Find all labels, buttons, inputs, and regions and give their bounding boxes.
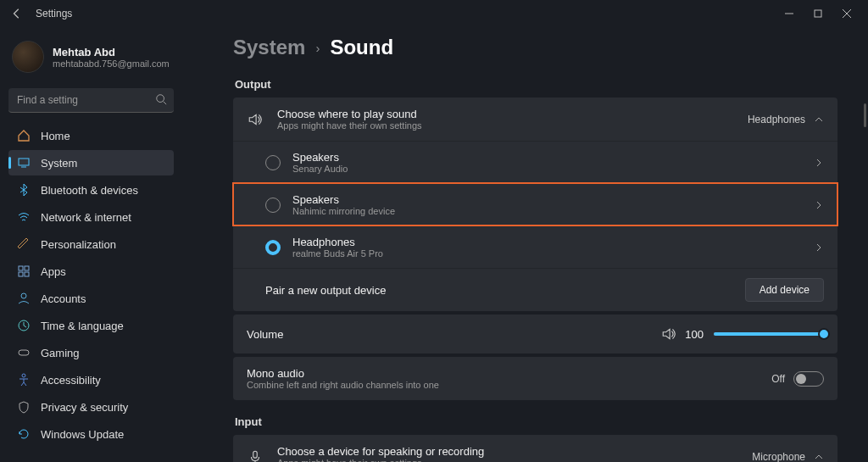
chevron-up-icon — [814, 114, 824, 125]
titlebar: Settings — [0, 0, 868, 27]
radio-unselected[interactable] — [265, 155, 281, 170]
svg-rect-16 — [253, 451, 258, 458]
avatar — [12, 41, 44, 73]
device-name: Headphones — [292, 236, 814, 248]
pair-output-row: Pair a new output device Add device — [233, 268, 837, 311]
sidebar-item-label: Accounts — [41, 292, 86, 305]
sidebar-item-bluetooth[interactable]: Bluetooth & devices — [8, 177, 174, 203]
gamepad-icon — [17, 346, 31, 359]
device-name: Speakers — [292, 151, 814, 164]
output-device-headphones[interactable]: Headphones realme Buds Air 5 Pro — [233, 225, 837, 268]
sidebar-item-time[interactable]: Time & language — [8, 313, 174, 338]
mono-title: Mono audio — [247, 367, 771, 380]
svg-rect-10 — [19, 272, 23, 276]
profile-email: mehtababd.756@gmail.com — [53, 58, 170, 69]
close-icon — [843, 9, 851, 18]
output-header[interactable]: Choose where to play sound Apps might ha… — [233, 97, 837, 141]
radio-selected[interactable] — [265, 240, 281, 255]
slider-thumb[interactable] — [818, 328, 830, 340]
svg-point-15 — [22, 374, 25, 377]
sidebar-item-network[interactable]: Network & internet — [8, 204, 174, 230]
accessibility-icon — [17, 373, 31, 387]
apps-icon — [17, 264, 31, 278]
system-icon — [17, 156, 31, 170]
sidebar-item-apps[interactable]: Apps — [8, 259, 174, 284]
sidebar-item-label: Bluetooth & devices — [41, 184, 138, 197]
sidebar-item-privacy[interactable]: Privacy & security — [8, 394, 174, 420]
maximize-button[interactable] — [804, 2, 832, 25]
nav: Home System Bluetooth & devices Network … — [8, 123, 174, 447]
add-device-button[interactable]: Add device — [745, 278, 824, 302]
wifi-icon — [17, 210, 31, 224]
sidebar-item-gaming[interactable]: Gaming — [8, 340, 174, 365]
mono-state-label: Off — [771, 373, 785, 385]
sidebar-item-system[interactable]: System — [8, 150, 174, 175]
svg-rect-9 — [25, 266, 29, 270]
sidebar-item-personalization[interactable]: Personalization — [8, 231, 174, 257]
section-output-label: Output — [235, 78, 837, 91]
chevron-up-icon — [814, 452, 824, 462]
window-title: Settings — [36, 8, 72, 19]
mono-toggle[interactable] — [793, 371, 824, 387]
main-content: System › Sound Output Choose where to pl… — [182, 27, 868, 462]
update-icon — [17, 427, 31, 441]
radio-unselected[interactable] — [265, 198, 281, 213]
chevron-right-icon — [814, 200, 824, 210]
volume-slider[interactable] — [714, 332, 824, 336]
sidebar-item-update[interactable]: Windows Update — [8, 421, 174, 447]
minimize-icon — [785, 9, 793, 18]
scrollbar-thumb[interactable] — [864, 103, 866, 127]
input-header-sub: Apps might have their own settings — [277, 458, 752, 462]
profile-block[interactable]: Mehtab Abd mehtababd.756@gmail.com — [8, 34, 174, 85]
sidebar-item-accounts[interactable]: Accounts — [8, 286, 174, 311]
sidebar-item-home[interactable]: Home — [8, 123, 174, 148]
clock-icon — [17, 319, 31, 332]
svg-point-4 — [157, 95, 164, 103]
volume-icon[interactable] — [661, 326, 676, 342]
svg-rect-1 — [815, 10, 821, 17]
sidebar-item-label: Apps — [41, 265, 66, 278]
arrow-left-icon — [11, 8, 23, 19]
device-sub: Nahimic mirroring device — [292, 206, 814, 216]
back-button[interactable] — [7, 3, 27, 24]
svg-rect-6 — [19, 159, 29, 165]
search-icon — [155, 93, 167, 105]
svg-rect-11 — [25, 272, 29, 276]
chevron-right-icon: › — [315, 41, 320, 55]
output-header-title: Choose where to play sound — [277, 108, 748, 120]
sidebar-item-accessibility[interactable]: Accessibility — [8, 367, 174, 392]
output-device-speakers-nahimic[interactable]: Speakers Nahimic mirroring device — [233, 183, 837, 225]
sidebar-item-label: System — [41, 157, 77, 170]
sidebar: Mehtab Abd mehtababd.756@gmail.com Home … — [0, 27, 182, 462]
section-input-label: Input — [235, 415, 837, 428]
svg-rect-8 — [19, 266, 23, 270]
close-button[interactable] — [832, 2, 861, 25]
pair-label: Pair a new output device — [265, 284, 745, 297]
sidebar-item-label: Time & language — [41, 320, 124, 332]
input-header-title: Choose a device for speaking or recordin… — [277, 445, 752, 458]
window-controls — [775, 2, 861, 25]
search-field[interactable] — [8, 88, 174, 113]
breadcrumb-parent[interactable]: System — [233, 36, 305, 59]
device-sub: realme Buds Air 5 Pro — [292, 248, 814, 259]
mono-audio-card: Mono audio Combine left and right audio … — [233, 357, 837, 400]
breadcrumb: System › Sound — [233, 36, 837, 59]
svg-point-12 — [21, 293, 26, 298]
volume-label: Volume — [247, 328, 661, 341]
breadcrumb-current: Sound — [330, 36, 393, 59]
output-device-speakers-senary[interactable]: Speakers Senary Audio — [233, 141, 837, 183]
output-selected-label: Headphones — [748, 114, 805, 125]
search-input[interactable] — [8, 88, 174, 113]
output-header-sub: Apps might have their own settings — [277, 120, 748, 131]
input-selected-label: Microphone — [752, 451, 805, 463]
volume-card: Volume 100 — [233, 314, 837, 353]
sidebar-item-label: Gaming — [41, 347, 80, 359]
device-name: Speakers — [292, 193, 814, 206]
speaker-icon — [247, 112, 264, 127]
input-header[interactable]: Choose a device for speaking or recordin… — [233, 435, 837, 462]
svg-rect-14 — [19, 350, 29, 355]
slider-fill — [714, 332, 824, 336]
maximize-icon — [814, 9, 822, 18]
minimize-button[interactable] — [775, 2, 804, 25]
sidebar-item-label: Network & internet — [41, 211, 131, 224]
